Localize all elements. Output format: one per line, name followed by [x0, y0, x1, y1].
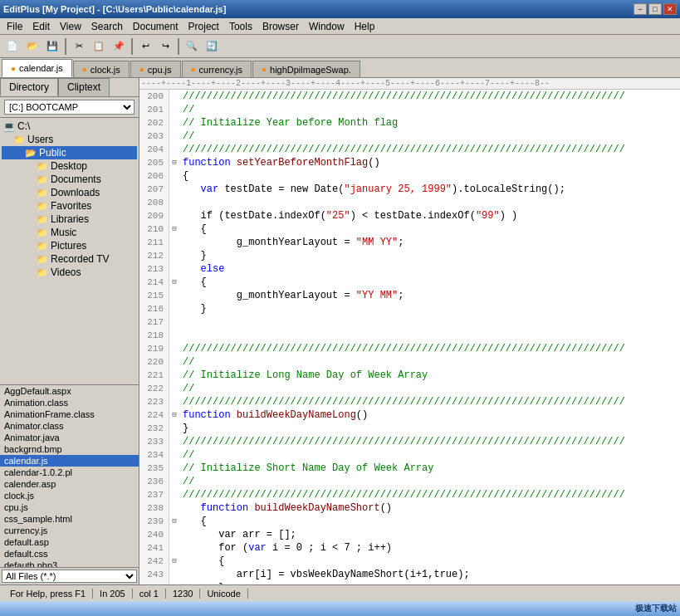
status-line: In 205	[93, 589, 133, 599]
line-number: 219	[139, 342, 169, 355]
toolbar-separator-2	[131, 38, 133, 55]
file-item[interactable]: calender.asp	[0, 478, 139, 490]
tree-item[interactable]: 📁Favorites	[2, 199, 137, 213]
tree-item[interactable]: 📁Videos	[2, 266, 137, 279]
file-item[interactable]: Animator.java	[0, 432, 139, 443]
tab-calendar-js[interactable]: ●calendar.js	[2, 59, 72, 77]
fold-button[interactable]: ⊟	[169, 276, 179, 289]
tree-item[interactable]: 📁Desktop	[2, 159, 137, 173]
copy-button[interactable]: 📋	[90, 37, 108, 56]
file-item[interactable]: calendar.js	[0, 455, 139, 467]
find-button[interactable]: 🔍	[183, 37, 201, 56]
code-editor[interactable]: 200 ////////////////////////////////////…	[139, 90, 680, 584]
tab-cpu-js[interactable]: ●cpu.js	[130, 61, 181, 77]
redo-button[interactable]: ↪	[156, 37, 174, 56]
code-line: 213 else	[139, 262, 680, 276]
line-number: 244	[139, 581, 169, 584]
file-item[interactable]: css_sample.html	[0, 513, 139, 525]
tree-item[interactable]: 📁Users	[2, 133, 137, 146]
menu-item-search[interactable]: Search	[86, 19, 128, 34]
maximize-button[interactable]: □	[648, 3, 662, 15]
drive-dropdown[interactable]: [C:] BOOTCAMP	[4, 100, 135, 115]
menu-item-help[interactable]: Help	[350, 19, 380, 34]
fold-button[interactable]: ⊟	[169, 515, 179, 528]
tree-item[interactable]: 📁Recorded TV	[2, 252, 137, 266]
menu-item-file[interactable]: File	[2, 19, 27, 34]
new-button[interactable]: 📄	[3, 37, 22, 56]
file-item[interactable]: AnimationFrame.class	[0, 408, 139, 420]
save-button[interactable]: 💾	[43, 37, 61, 56]
menu-item-project[interactable]: Project	[183, 19, 224, 34]
menu-item-edit[interactable]: Edit	[27, 19, 55, 34]
cut-button[interactable]: ✂	[70, 37, 88, 56]
folder-icon: 📁	[37, 267, 48, 278]
tree-item[interactable]: 📁Pictures	[2, 239, 137, 252]
code-content: {	[179, 169, 188, 183]
replace-button[interactable]: 🔄	[203, 37, 221, 56]
file-item[interactable]: backgrnd.bmp	[0, 443, 139, 455]
file-item[interactable]: default.asp	[0, 536, 139, 548]
open-button[interactable]: 📂	[23, 37, 42, 56]
toolbar: 📄 📂 💾 ✂ 📋 📌 ↩ ↪ 🔍 🔄	[0, 35, 680, 58]
menu-item-tools[interactable]: Tools	[224, 19, 257, 34]
tab-currency-js[interactable]: ●currency.js	[182, 61, 252, 77]
paste-button[interactable]: 📌	[110, 37, 128, 56]
file-item[interactable]: Animator.class	[0, 420, 139, 432]
file-item[interactable]: cpu.js	[0, 501, 139, 513]
file-item[interactable]: AggDefault.aspx	[0, 385, 139, 397]
tab-clock-js[interactable]: ●clock.js	[73, 61, 130, 77]
fold-button[interactable]: ⊟	[169, 222, 179, 236]
menu-item-browser[interactable]: Browser	[257, 19, 304, 34]
code-content: //	[179, 475, 194, 488]
line-number: 238	[139, 501, 169, 515]
tree-item-label: Desktop	[51, 160, 87, 172]
file-item[interactable]: defauth.php3	[0, 560, 139, 567]
fold-button[interactable]: ⊟	[169, 408, 179, 422]
close-button[interactable]: ✕	[663, 3, 677, 15]
line-number: 221	[139, 369, 169, 382]
file-item[interactable]: Animation.class	[0, 397, 139, 408]
tab-highDpilmageSwap-[interactable]: ●highDpilmageSwap.	[252, 61, 360, 77]
code-line: 240 var arr = [];	[139, 528, 680, 541]
file-item[interactable]: calendar-1.0.2.pl	[0, 467, 139, 478]
file-item[interactable]: default.css	[0, 548, 139, 560]
fold-button[interactable]: ⊟	[169, 156, 179, 169]
line-number: 213	[139, 262, 169, 276]
menu-item-window[interactable]: Window	[304, 19, 350, 34]
code-line: 242⊟ {	[139, 555, 680, 568]
code-line: 233 ////////////////////////////////////…	[139, 435, 680, 448]
tab-cliptext[interactable]: Cliptext	[58, 78, 110, 96]
code-content: }	[179, 302, 207, 315]
code-content: //	[179, 382, 194, 395]
folder-icon: 📁	[37, 254, 48, 265]
tree-item[interactable]: 📂Public	[2, 146, 137, 159]
code-content: ////////////////////////////////////////…	[179, 342, 625, 355]
code-content: ////////////////////////////////////////…	[179, 435, 625, 448]
tree-item[interactable]: 📁Documents	[2, 173, 137, 186]
undo-button[interactable]: ↩	[136, 37, 154, 56]
minimize-button[interactable]: −	[634, 3, 647, 15]
menu-item-view[interactable]: View	[55, 19, 86, 34]
tree-item[interactable]: 📁Music	[2, 226, 137, 239]
filter-dropdown[interactable]: All Files (*.*)	[2, 570, 137, 583]
file-item[interactable]: currency.js	[0, 525, 139, 536]
tree-item[interactable]: 📁Downloads	[2, 186, 137, 199]
file-item[interactable]: clock.js	[0, 490, 139, 501]
menu-item-document[interactable]: Document	[128, 19, 183, 34]
sidebar-tabs: Directory Cliptext	[0, 78, 139, 97]
tab-directory[interactable]: Directory	[0, 78, 58, 96]
code-line: 243 arr[i] = vbsWeekDayNameShort(i+1,tru…	[139, 568, 680, 581]
bottom-bar: 极速下载站	[0, 601, 680, 616]
tree-item[interactable]: 📁Libraries	[2, 213, 137, 226]
code-content: arr[i] = vbsWeekDayNameShort(i+1,true);	[179, 568, 470, 581]
status-help: For Help, press F1	[3, 589, 93, 599]
code-content: else	[179, 262, 224, 276]
line-number: 217	[139, 315, 169, 329]
line-number: 239	[139, 515, 169, 528]
menu-bar: FileEditViewSearchDocumentProjectToolsBr…	[0, 18, 680, 35]
line-number: 202	[139, 116, 169, 130]
file-list: AggDefault.aspxAnimation.classAnimationF…	[0, 384, 139, 567]
tree-item[interactable]: 💻C:\	[2, 120, 137, 133]
fold-button[interactable]: ⊟	[169, 555, 179, 568]
file-filter: All Files (*.*)	[0, 567, 139, 584]
